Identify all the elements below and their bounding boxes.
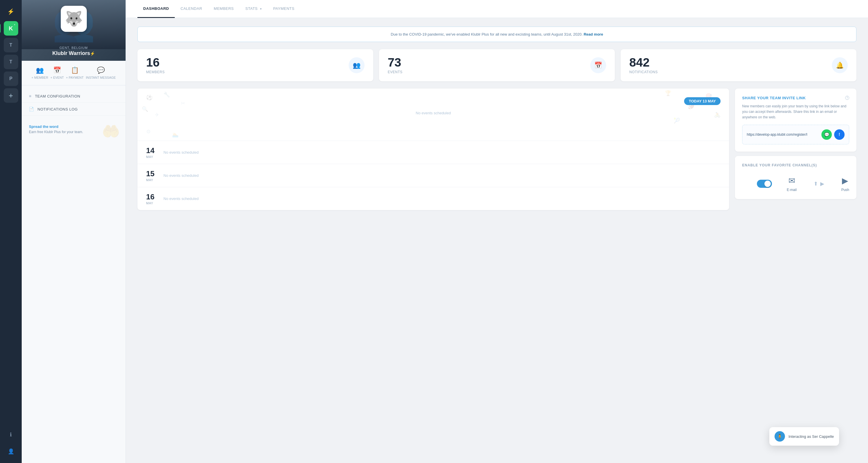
whatsapp-icon: 💬 [824,132,829,137]
events-label: EVENTS [388,70,402,74]
today-header: ⚽ 🔍 🔧 ✂ ✈ 🏆 🏈 🎯 🚴 🎾 ⚙ 🏊 TO [137,89,729,141]
calendar-row-16: 16 MAY No events scheduled [137,187,729,210]
config-icon: ≡ [29,94,32,98]
notifications-stat-card: 842 NOTIFICATIONS 🔔 [621,49,857,81]
channels-row: ✉ E-mail ⬆ ▶ ▶ Push [742,173,849,192]
add-member-button[interactable]: 👥 + MEMBER [32,67,48,79]
invite-card-desc: New members can easily join your team by… [742,103,849,120]
covid-banner: Due to the COVID-19 pandemic, we've enab… [137,27,857,42]
add-team-button[interactable]: + [4,88,18,103]
add-event-icon: 📅 [53,67,61,74]
tooltip-avatar: 🧍 [775,431,785,441]
k-badge: + [13,23,17,27]
stats-chevron-icon: ▾ [260,7,262,10]
team-configuration-menu-item[interactable]: ≡ TEAM CONFIGURATION [22,90,126,103]
notifications-count: 842 [629,56,658,69]
tooltip-bubble: 🧍 Interacting as Ser Cappelle [769,427,839,445]
calendar-row-14: 14 MAY No events scheduled [137,141,729,164]
add-member-icon: 👥 [36,67,44,74]
tooltip-text: Interacting as Ser Cappelle [788,434,834,439]
add-payment-icon: 📋 [71,67,79,74]
today-no-events: No events scheduled [146,111,720,115]
play-icon: ▶ [820,181,824,187]
spread-word-section: Spread the word Earn free Klublr Plus fo… [22,120,126,138]
team-name: Klublr Warriors⚡ [22,50,126,56]
right-panel: SHARE YOUR TEAM INVITE LINK ? New member… [735,89,857,210]
members-count: 16 [146,56,165,69]
day-14-num: 14 [146,146,158,155]
invite-link-box: https://develop-app.klublr.com/register/… [742,125,849,145]
notifications-label: NOTIFICATIONS [629,70,658,74]
push-icon: ▶ [842,176,848,185]
flash-icon-item[interactable]: ⚡ [4,4,18,19]
events-stat-card: 73 EVENTS 📅 [379,49,615,81]
invite-card-title: SHARE YOUR TEAM INVITE LINK [742,96,806,100]
add-payment-button[interactable]: 📋 + PAYMENT [66,67,84,79]
day-14-events: No events scheduled [163,150,720,155]
push-channel: ▶ Push [841,176,849,192]
k-letter: K [9,25,13,32]
members-stat-card: 16 MEMBERS 👥 [137,49,373,81]
upload-icon: ⬆ [814,181,818,187]
nav-tabs: DASHBOARD CALENDAR MEMBERS STATS ▾ PAYME… [126,0,868,18]
hands-icon: 🤲 [102,123,120,140]
email-label: E-mail [787,188,797,192]
p-team-icon[interactable]: P [4,71,18,86]
tab-dashboard[interactable]: DASHBOARD [137,0,175,18]
members-icon: 👥 [349,57,365,73]
push-label: Push [841,188,849,192]
sidebar-menu: ≡ TEAM CONFIGURATION 📄 NOTIFICATIONS LOG [22,85,126,120]
facebook-share-button[interactable]: f [834,129,844,140]
team-logo: 🐺 [61,6,87,32]
email-icon: ✉ [788,176,795,185]
facebook-icon: f [839,132,840,137]
team-location: GENT, BELGIUM [22,46,126,50]
calendar-section: ⚽ 🔍 🔧 ✂ ✈ 🏆 🏈 🎯 🚴 🎾 ⚙ 🏊 TO [137,89,729,210]
members-label: MEMBERS [146,70,165,74]
invite-help-icon[interactable]: ? [845,96,849,100]
k-team-icon[interactable]: K + [4,21,18,36]
sidebar-actions: 👥 + MEMBER 📅 + EVENT 📋 + PAYMENT 💬 INSTA… [22,61,126,85]
tab-calendar[interactable]: CALENDAR [175,0,208,18]
wolf-icon: 🐺 [65,10,83,27]
channels-card: ENABLE YOUR FAVORITE CHANNEL(S) ✉ E-mail [735,156,857,199]
sidebar-header: 🐺 GENT, BELGIUM Klublr Warriors⚡ [22,0,126,61]
read-more-link[interactable]: Read more [584,32,603,36]
t-team-2-icon[interactable]: T [4,55,18,69]
share-buttons: 💬 f [822,129,844,140]
day-15-num: 15 [146,169,158,178]
tab-members[interactable]: MEMBERS [208,0,240,18]
profile-icon-item[interactable]: 👤 [4,444,18,459]
stats-row: 16 MEMBERS 👥 73 EVENTS 📅 842 NOTIFICATIO… [137,49,857,81]
add-event-button[interactable]: 📅 + EVENT [50,67,64,79]
whatsapp-share-button[interactable]: 💬 [822,129,832,140]
icon-bar: ⚡ K + T T P + ℹ 👤 [0,0,22,463]
tab-stats[interactable]: STATS ▾ [240,0,267,18]
info-icon-item[interactable]: ℹ [4,427,18,442]
instant-message-button[interactable]: 💬 INSTANT MESSAGE [86,67,116,79]
events-count: 73 [388,56,402,69]
log-icon: 📄 [29,107,34,112]
t-team-1-icon[interactable]: T [4,38,18,52]
bottom-row: ⚽ 🔍 🔧 ✂ ✈ 🏆 🏈 🎯 🚴 🎾 ⚙ 🏊 TO [137,89,857,210]
calendar-row-15: 15 MAY No events scheduled [137,164,729,187]
day-15-name: MAY [146,178,158,182]
day-16-name: MAY [146,202,158,205]
today-label: TODAY 13 MAY [684,97,720,105]
notifications-log-menu-item[interactable]: 📄 NOTIFICATIONS LOG [22,103,126,116]
invite-card: SHARE YOUR TEAM INVITE LINK ? New member… [735,89,857,152]
invite-link-text[interactable]: https://develop-app.klublr.com/register/… [747,132,807,136]
day-15-events: No events scheduled [163,173,720,178]
events-icon: 📅 [590,57,606,73]
team-info: GENT, BELGIUM Klublr Warriors⚡ [22,46,126,56]
day-16-num: 16 [146,192,158,202]
email-toggle[interactable] [757,180,772,188]
day-14-name: MAY [146,155,158,159]
main-content: DASHBOARD CALENDAR MEMBERS STATS ▾ PAYME… [126,0,868,463]
day-16-events: No events scheduled [163,196,720,201]
channels-title: ENABLE YOUR FAVORITE CHANNEL(S) [742,163,849,167]
message-icon: 💬 [97,67,105,74]
notifications-icon: 🔔 [832,57,848,73]
sidebar: 🐺 GENT, BELGIUM Klublr Warriors⚡ 👥 + MEM… [22,0,126,463]
tab-payments[interactable]: PAYMENTS [267,0,300,18]
